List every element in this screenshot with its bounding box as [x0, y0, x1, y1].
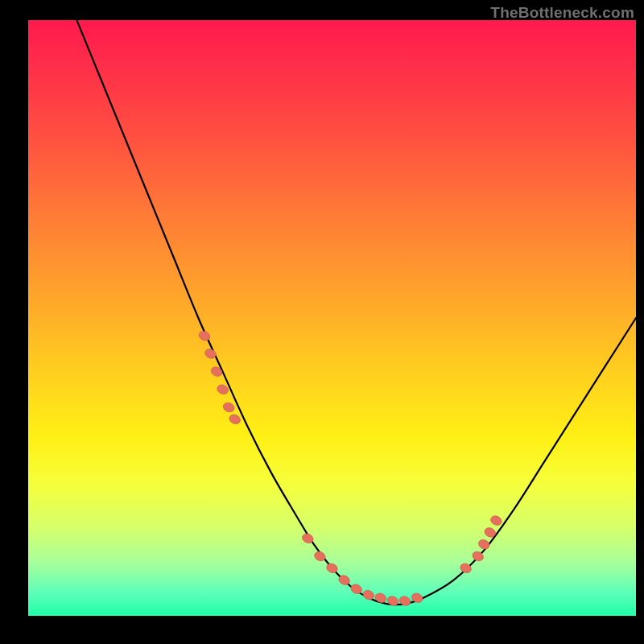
- data-marker: [228, 413, 242, 426]
- data-marker: [477, 538, 491, 551]
- bottleneck-curve: [76, 20, 636, 605]
- chart-svg: [28, 20, 636, 616]
- data-marker: [374, 592, 387, 605]
- data-marker: [197, 329, 211, 342]
- data-marker: [221, 401, 235, 414]
- data-marker: [489, 514, 503, 527]
- watermark-text: TheBottleneck.com: [490, 4, 634, 22]
- chart-frame: [8, 20, 636, 636]
- plot-area: [28, 20, 636, 616]
- data-marker: [216, 383, 229, 396]
- data-marker: [398, 595, 411, 608]
- data-marker: [204, 347, 217, 360]
- data-markers: [197, 329, 503, 607]
